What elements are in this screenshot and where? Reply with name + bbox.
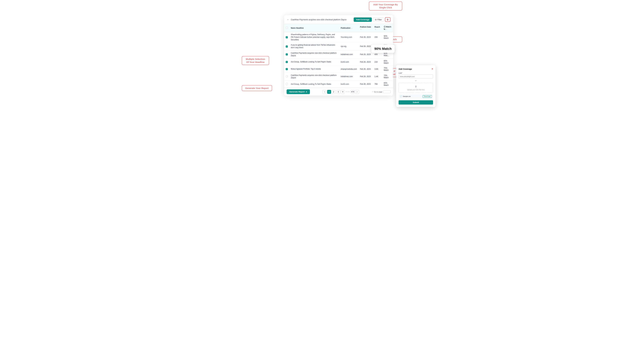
publish-date-5: Feb 28, 2023 [358, 73, 373, 81]
reach-4: 3.6K [373, 65, 382, 73]
modal-sample-row: 📄 Sample.csv Download [398, 94, 433, 98]
chevron-up-icon: ∧ [306, 91, 307, 93]
go-to-page: ← Go to page [372, 90, 391, 93]
reach-3: 21K [373, 58, 382, 65]
upload-text: Upload your CSV file here [401, 89, 431, 91]
row-checkbox-2[interactable] [286, 53, 288, 55]
modal-or-divider: or [398, 80, 433, 82]
publish-date-4: Feb 28, 2023 [358, 65, 373, 73]
table-body: Shareholding patterns of Nykaa, Delhiver… [284, 32, 393, 88]
match-4: 75% Match [382, 65, 393, 73]
publish-date-1: Feb 28, 2023 [358, 42, 373, 51]
row-checkbox-1[interactable] [286, 46, 288, 48]
row-checkbox-6[interactable] [286, 83, 288, 85]
th-publication[interactable]: Publication ↕ [339, 24, 358, 32]
filter-button[interactable]: ⊟ Filter [373, 18, 384, 22]
main-card: ← Cashfree Payments acquires one-click c… [284, 15, 393, 96]
table-row: Ant Group, SoftBank Looking To Sell Payt… [284, 58, 393, 65]
pagination-prev[interactable]: ‹ [322, 90, 326, 94]
page-btn-2[interactable]: 2 [332, 90, 336, 94]
news-table: News Headline Publication ↕ Publish Date… [284, 24, 393, 88]
pagination: ‹ 1 2 3 4 ······· 474 › [322, 90, 359, 94]
modal-link-input[interactable] [398, 75, 433, 78]
publish-date-2: Feb 28, 2023 [358, 50, 373, 58]
generate-report-label: Generate Report [289, 91, 305, 93]
row-checkbox-4[interactable] [286, 68, 288, 70]
add-coverage-button[interactable]: Add Coverage [354, 18, 372, 22]
modal-title: Add Coverage [398, 68, 412, 70]
filter-icon: ⊟ [375, 19, 376, 21]
back-arrow-icon[interactable]: ← [287, 18, 289, 21]
modal-link-label: Link* [398, 72, 433, 74]
headline-text-0: Shareholding patterns of Nykaa, Delhiver… [291, 34, 335, 41]
publication-2: indiatimes.com [339, 50, 358, 58]
row-checkbox-3[interactable] [286, 61, 288, 63]
select-all-checkbox[interactable] [286, 27, 288, 29]
card-footer: Generate Report ∧ ‹ 1 2 3 4 ······· 474 … [284, 88, 393, 96]
file-icon: 📄 [400, 95, 402, 98]
upload-icon: ⬆ [401, 85, 431, 88]
publication-5: indiatimes.com [339, 73, 358, 81]
match-6: 65% Match [382, 81, 393, 88]
modal-upload-area[interactable]: ⬆ Upload your CSV file here [398, 83, 433, 93]
delete-button[interactable]: 🗑 [385, 17, 390, 22]
modal-header: Add Coverage × [398, 68, 433, 70]
headline-text-2: Cashfree Payments acquires one-click che… [291, 52, 337, 57]
table-row: Shareholding patterns of Nykaa, Delhiver… [284, 32, 393, 42]
page-btn-3[interactable]: 3 [336, 90, 340, 94]
annotation-add-coverage: Add Your Coverage By Single Click [369, 2, 402, 11]
publication-4: sharepriceindia.com [339, 65, 358, 73]
publish-date-0: Feb 28, 2023 [358, 32, 373, 42]
publish-date-6: Feb 28, 2023 [358, 81, 373, 88]
publication-6: inc42.com [339, 81, 358, 88]
table-row: Cashfree Payments acquires one-click che… [284, 73, 393, 81]
row-checkbox-0[interactable] [286, 36, 288, 38]
table-row: Ant Group, SoftBank Looking To Sell Payt… [284, 81, 393, 88]
table-scroll-area: News Headline Publication ↕ Publish Date… [284, 24, 393, 88]
publish-date-3: Feb 28, 2023 [358, 58, 373, 65]
row-checkbox-5[interactable] [286, 75, 288, 77]
headline-text-6: Ant Group, SoftBank Looking To Sell Payt… [291, 83, 331, 85]
th-reach[interactable]: Reach ↕ [373, 24, 382, 32]
page-btn-last[interactable]: 474 [350, 90, 354, 94]
pagination-dots: ······· [345, 91, 350, 93]
table-row: Mukul Agrawal Portfolio: Top 5 stockssha… [284, 65, 393, 73]
match-0: 90% Match [382, 32, 393, 42]
publication-0: Yourstory.com [339, 32, 358, 42]
generate-report-button[interactable]: Generate Report ∧ [286, 89, 310, 94]
headline-text-3: Ant Group, SoftBank Looking To Sell Payt… [291, 61, 331, 63]
reach-6: 76K [373, 81, 382, 88]
pagination-next[interactable]: › [355, 90, 359, 94]
table-header-row: News Headline Publication ↕ Publish Date… [284, 24, 393, 32]
go-to-label: ← Go to page [372, 91, 382, 93]
th-headline: News Headline [289, 24, 339, 32]
header-left: ← Cashfree Payments acquires one-click c… [287, 18, 346, 21]
modal-close-button[interactable]: × [432, 68, 433, 70]
add-coverage-modal: Add Coverage × Link* or ⬆ Upload your CS… [396, 65, 436, 107]
headline-text-1: If you're getting financial advice from … [291, 44, 335, 49]
th-publish-date[interactable]: Publish Date ↕ [358, 24, 373, 32]
sample-file-name: Sample.csv [403, 96, 411, 97]
card-header: ← Cashfree Payments acquires one-click c… [284, 15, 393, 24]
reach-5: 1.4K [373, 73, 382, 81]
headline-text-5: Cashfree Payments acquires one-click che… [291, 74, 337, 79]
match-5: 70% Match [382, 73, 393, 81]
go-to-input[interactable] [383, 90, 391, 93]
annotation-generate-report: Generate Your Report [242, 85, 272, 91]
match-3: 80% Match [382, 58, 393, 65]
match-tooltip: 90% Match [371, 45, 395, 53]
submit-button[interactable]: Submit [398, 100, 433, 105]
filter-label: Filter [378, 19, 382, 21]
card-title: Cashfree Payments acquires one-click che… [291, 19, 346, 21]
page-btn-1[interactable]: 1 [327, 90, 331, 94]
annotation-multiple-selection: Multiple Selection Of Your Headline [242, 56, 269, 65]
th-checkbox [284, 24, 289, 32]
th-match[interactable]: ⓘ Match % ↕ [382, 24, 393, 32]
download-button[interactable]: Download [422, 95, 432, 98]
headline-text-4: Mukul Agrawal Portfolio: Top 5 stocks [291, 68, 321, 70]
publication-3: inc42.com [339, 58, 358, 65]
reach-0: 20K [373, 32, 382, 42]
page-btn-4[interactable]: 4 [341, 90, 345, 94]
publication-1: npr.org [339, 42, 358, 51]
header-right: Add Coverage ⊟ Filter 🗑 [354, 17, 390, 22]
